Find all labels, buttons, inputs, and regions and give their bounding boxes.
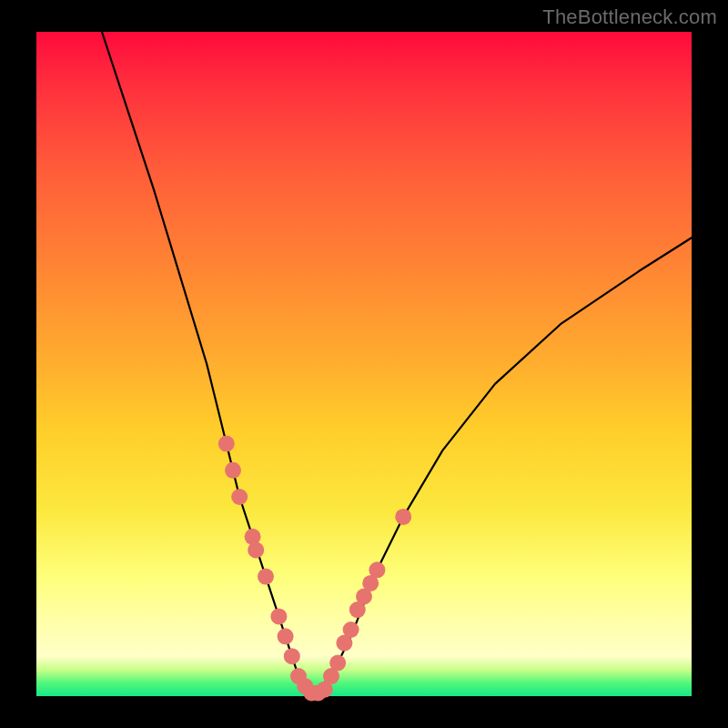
curve-left-branch bbox=[102, 32, 311, 696]
curve-right-branch bbox=[311, 238, 692, 696]
curve-svg bbox=[36, 32, 692, 696]
data-marker bbox=[329, 655, 346, 672]
data-marker bbox=[270, 608, 287, 624]
data-marker bbox=[225, 462, 241, 479]
plot-area bbox=[36, 32, 692, 696]
data-marker bbox=[278, 628, 294, 644]
data-marker bbox=[284, 648, 300, 664]
marker-group bbox=[218, 436, 411, 702]
watermark-text: TheBottleneck.com bbox=[542, 5, 717, 29]
data-marker bbox=[343, 622, 359, 638]
data-marker bbox=[369, 561, 385, 578]
data-marker bbox=[231, 489, 248, 505]
chart-frame: TheBottleneck.com bbox=[0, 0, 728, 728]
data-marker bbox=[395, 509, 411, 525]
data-marker bbox=[258, 569, 274, 585]
data-marker bbox=[248, 541, 264, 558]
data-marker bbox=[218, 436, 235, 452]
